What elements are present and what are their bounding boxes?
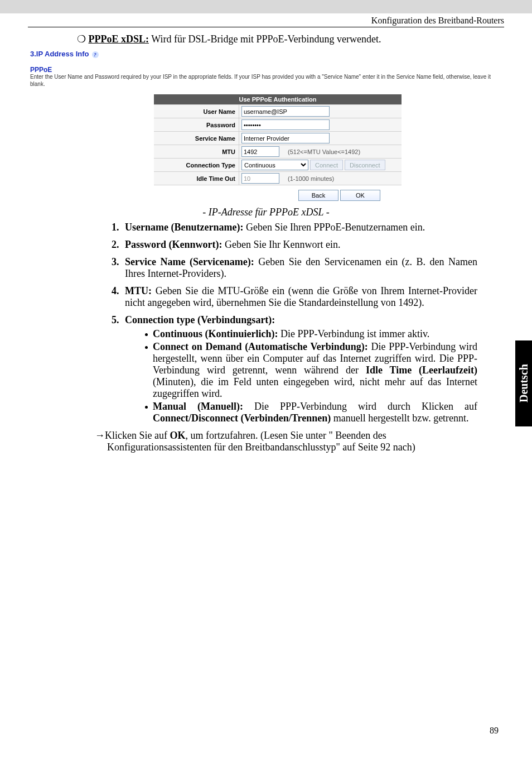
item-label: Username (Benutzername): <box>125 222 246 233</box>
footer-instruction: →Klicken Sie auf OK, um fortzufahren. (L… <box>95 430 477 442</box>
page-number: 89 <box>490 726 499 736</box>
help-icon[interactable]: ? <box>92 51 99 58</box>
sub-item-text: Die PPP-Verbindung ist immer aktiv. <box>280 328 429 339</box>
language-tab: Deutsch <box>515 340 532 426</box>
mtu-hint: (512<=MTU Value<=1492) <box>281 148 360 155</box>
password-input[interactable] <box>241 119 330 130</box>
figure-caption: - IP-Adresse für PPPoE xDSL - <box>28 207 504 218</box>
section-title: 3.IP Address Info <box>30 50 89 58</box>
back-button[interactable]: Back <box>298 190 338 201</box>
top-gray-bar <box>0 0 532 13</box>
sub-item-text: Die PPP-Verbindung wird durch Klicken au… <box>254 401 477 412</box>
label-service-name: Service Name <box>154 132 239 145</box>
sub-list-item: Manual (Manuell): Die PPP-Verbindung wir… <box>145 401 477 424</box>
label-mtu: MTU <box>154 145 239 159</box>
idle-hint: (1-1000 minutes) <box>281 175 334 182</box>
item-label: Connection type (Verbindungsart): <box>125 314 275 325</box>
pppoe-form-table: Use PPPoE Authentication User Name Passw… <box>154 94 402 185</box>
sub-list-item: Continuous (Kontinuierlich): Die PPP-Ver… <box>145 328 477 340</box>
sub-item-text-2: manuell hergestellt bzw. getrennt. <box>333 412 469 424</box>
router-screenshot: 3.IP Address Info ? PPPoE Enter the User… <box>30 50 504 201</box>
sub-item-label-2: Connect/Disconnect (Verbinden/Trennen) <box>153 412 333 424</box>
footer-ok-bold: OK <box>170 430 185 441</box>
sub-item-text-2: (Minuten), die im Feld unten eingegeben … <box>153 376 477 399</box>
item-label: Service Name (Servicename): <box>125 256 258 267</box>
instruction-list: Username (Benutzername): Geben Sie Ihren… <box>122 222 504 424</box>
footer-text-1a: Klicken Sie auf <box>105 430 170 441</box>
intro-heading: PPPoE xDSL: <box>89 33 149 45</box>
arrow-icon: → <box>95 430 105 441</box>
sub-list-item: Connect on Demand (Automatische Verbindu… <box>145 341 477 400</box>
sub-item-label: Manual (Manuell): <box>153 401 254 412</box>
item-text: Geben Sie die MTU-Größe ein (wenn die Gr… <box>125 285 477 308</box>
footer-instruction-cont: Konfigurationsassistenten für den Breitb… <box>107 442 477 453</box>
list-item: Username (Benutzername): Geben Sie Ihren… <box>122 222 477 233</box>
pppoe-description: Enter the User Name and Password require… <box>30 74 504 88</box>
mtu-input[interactable] <box>241 146 279 157</box>
intro-bullet: ❍ <box>77 33 86 45</box>
item-label: MTU: <box>125 285 156 296</box>
label-connection-type: Connection Type <box>154 159 239 172</box>
item-text: Geben Sie Ihr Kennwort ein. <box>225 239 340 250</box>
connect-button[interactable]: Connect <box>310 160 343 170</box>
item-text: Geben Sie Ihren PPPoE-Benutzernamen ein. <box>246 222 425 233</box>
username-input[interactable] <box>241 106 330 117</box>
label-username: User Name <box>154 105 239 118</box>
sub-item-label: Connect on Demand (Automatische Verbindu… <box>153 341 371 352</box>
label-password: Password <box>154 118 239 132</box>
ok-button[interactable]: OK <box>340 190 380 201</box>
header-title: Konfiguration des Breitband-Routers <box>371 16 504 25</box>
section-title-row: 3.IP Address Info ? <box>30 50 504 58</box>
item-label: Password (Kennwort): <box>125 239 225 250</box>
connection-type-select[interactable]: Continuous <box>241 160 308 170</box>
label-idle-timeout: Idle Time Out <box>154 172 239 185</box>
list-item: Service Name (Servicename): Geben Sie de… <box>122 256 477 280</box>
intro-line: ❍ PPPoE xDSL: Wird für DSL-Bridge mit PP… <box>77 33 504 45</box>
pppoe-heading: PPPoE <box>30 66 504 74</box>
intro-text: Wird für DSL-Bridge mit PPPoE-Verbindung… <box>149 33 381 45</box>
form-header: Use PPPoE Authentication <box>154 94 402 105</box>
sub-item-label-2: Idle Time (Leerlaufzeit) <box>366 364 477 376</box>
list-item: MTU: Geben Sie die MTU-Größe ein (wenn d… <box>122 285 477 309</box>
list-item: Connection type (Verbindungsart): Contin… <box>122 314 477 424</box>
disconnect-button[interactable]: Disconnect <box>345 160 385 170</box>
sub-item-label: Continuous (Kontinuierlich): <box>153 328 280 339</box>
footer-text-1c: , um fortzufahren. (Lesen Sie unter " Be… <box>185 430 386 441</box>
service-name-input[interactable] <box>241 133 330 143</box>
idle-timeout-input[interactable] <box>241 173 279 184</box>
page-header: Konfiguration des Breitband-Routers <box>28 13 504 27</box>
sub-list: Continuous (Kontinuierlich): Die PPP-Ver… <box>145 328 477 424</box>
list-item: Password (Kennwort): Geben Sie Ihr Kennw… <box>122 239 477 251</box>
button-row: Back OK <box>30 190 380 201</box>
